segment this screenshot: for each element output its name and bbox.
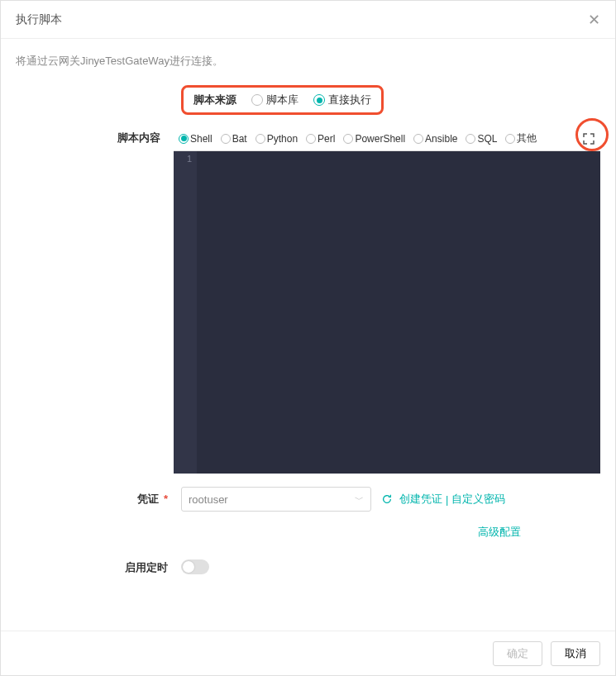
radio-script-library[interactable]: 脚本库 (251, 93, 298, 107)
create-credentials-link[interactable]: 创建凭证 (399, 492, 442, 507)
radio-label: SQL (477, 133, 497, 145)
credentials-label: 凭证 (137, 493, 159, 505)
radio-icon (221, 134, 231, 144)
refresh-icon[interactable] (381, 493, 394, 506)
lang-perl[interactable]: Perl (306, 133, 335, 145)
radio-label: Ansible (425, 133, 457, 145)
dialog-title: 执行脚本 (16, 12, 62, 27)
lang-python[interactable]: Python (255, 133, 298, 145)
radio-icon (179, 134, 189, 144)
radio-icon (413, 134, 423, 144)
gutter-line-number: 1 (174, 154, 192, 164)
code-editor[interactable]: 1 (174, 151, 600, 474)
code-area[interactable] (197, 151, 600, 474)
language-bar: Shell Bat Python Perl (174, 128, 600, 151)
lang-sql[interactable]: SQL (466, 133, 497, 145)
radio-label: 脚本库 (266, 93, 298, 107)
radio-icon (466, 134, 475, 144)
radio-label: Python (267, 133, 298, 145)
lang-other[interactable]: 其他 (505, 131, 537, 145)
ok-button[interactable]: 确定 (493, 641, 542, 666)
radio-direct-execute[interactable]: 直接执行 (313, 93, 371, 107)
lang-shell[interactable]: Shell (179, 133, 212, 145)
divider: | (446, 493, 448, 506)
fullscreen-icon[interactable] (582, 132, 595, 145)
connection-subtitle: 将通过云网关JinyeTestGateWay进行连接。 (16, 54, 600, 69)
lang-ansible[interactable]: Ansible (413, 133, 457, 145)
content-label: 脚本内容 (16, 128, 174, 145)
radio-label: PowerShell (355, 133, 405, 145)
credentials-select[interactable]: rootuser ﹀ (181, 487, 371, 512)
cancel-button[interactable]: 取消 (551, 641, 600, 666)
required-marker: * (164, 493, 168, 505)
radio-label: 直接执行 (328, 93, 371, 107)
radio-icon (255, 134, 265, 144)
source-label: 脚本来源 (193, 93, 236, 107)
credentials-value: rootuser (189, 493, 228, 506)
schedule-toggle[interactable] (181, 559, 209, 574)
radio-icon (313, 94, 325, 106)
editor-gutter: 1 (174, 151, 197, 474)
chevron-down-icon: ﹀ (355, 493, 364, 506)
schedule-label: 启用定时 (16, 559, 181, 575)
custom-password-link[interactable]: 自定义密码 (451, 492, 505, 507)
radio-icon (343, 134, 353, 144)
radio-label: Perl (318, 133, 335, 145)
lang-powershell[interactable]: PowerShell (343, 133, 405, 145)
radio-icon (251, 94, 263, 106)
lang-bat[interactable]: Bat (221, 133, 247, 145)
advanced-config-link[interactable]: 高级配置 (478, 525, 521, 540)
radio-label: Shell (190, 133, 212, 145)
radio-icon (505, 134, 515, 144)
radio-icon (306, 134, 316, 144)
radio-label: Bat (232, 133, 247, 145)
annotation-source-highlight: 脚本来源 脚本库 直接执行 (181, 85, 384, 115)
close-icon[interactable]: ✕ (588, 11, 600, 29)
radio-label: 其他 (517, 131, 537, 145)
